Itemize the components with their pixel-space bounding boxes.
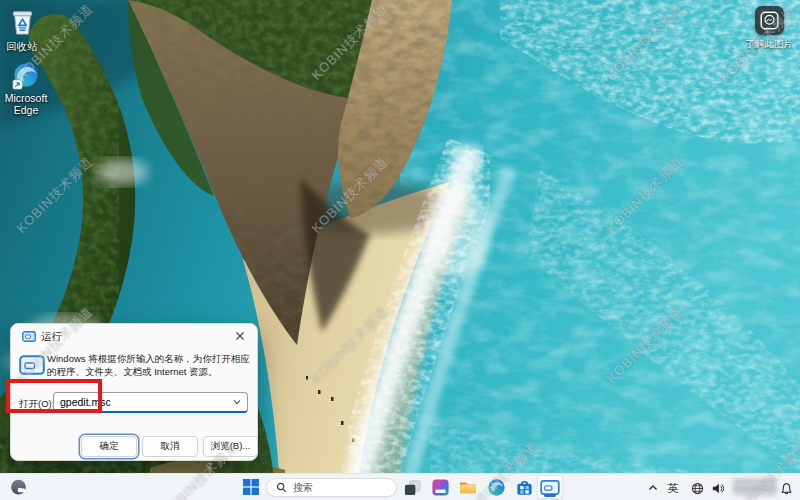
- dialog-titlebar[interactable]: 运行: [11, 324, 257, 348]
- run-icon: [540, 480, 560, 495]
- microsoft-store-button[interactable]: [511, 475, 537, 499]
- browse-button[interactable]: 浏览(B)...: [203, 436, 258, 457]
- store-icon: [515, 478, 534, 497]
- speaker-icon: [711, 482, 724, 495]
- ok-button[interactable]: 确定: [81, 436, 137, 457]
- notification-button[interactable]: [777, 479, 795, 497]
- close-icon: [235, 331, 245, 341]
- taskbar: 搜索: [0, 473, 800, 500]
- spotlight-square: [755, 6, 784, 35]
- recycle-bin-label: 回收站: [6, 40, 38, 52]
- tray-overflow-button[interactable]: [645, 480, 661, 496]
- spotlight-label: 了解此图片: [745, 38, 793, 51]
- recycle-bin-icon: [6, 5, 39, 38]
- microsoft-365-button[interactable]: [427, 475, 453, 499]
- bell-icon: [780, 482, 793, 495]
- cancel-button[interactable]: 取消: [142, 436, 198, 457]
- desktop-icon-edge[interactable]: Microsoft Edge: [0, 62, 57, 116]
- chevron-down-icon[interactable]: [232, 397, 242, 407]
- edge-icon: [12, 62, 40, 90]
- widgets-button[interactable]: [7, 477, 29, 498]
- clock-blurred[interactable]: [733, 479, 777, 496]
- globe-network-icon: [691, 482, 704, 495]
- ime-label: 英: [668, 481, 679, 496]
- chevron-up-icon: [648, 484, 658, 492]
- task-view-icon: [403, 478, 422, 497]
- network-button[interactable]: [688, 479, 706, 497]
- start-button[interactable]: [238, 475, 264, 499]
- active-app-indicator: [544, 494, 556, 497]
- file-explorer-button[interactable]: [455, 475, 481, 499]
- dialog-title: 运行: [41, 330, 62, 344]
- picture-info-icon: [760, 11, 779, 30]
- edge-label: Microsoft Edge: [0, 92, 57, 116]
- folder-icon: [458, 477, 478, 497]
- task-view-button[interactable]: [399, 475, 425, 499]
- edge-taskbar-button[interactable]: [483, 475, 509, 499]
- volume-button[interactable]: [708, 479, 726, 497]
- search-icon: [276, 482, 287, 493]
- desktop-icon-recycle-bin[interactable]: 回收站: [0, 5, 53, 52]
- ime-indicator[interactable]: 英: [664, 479, 682, 497]
- microsoft-365-icon: [431, 478, 450, 497]
- run-app-button[interactable]: [537, 475, 563, 499]
- run-icon: [19, 355, 45, 375]
- desktop: 回收站 Microsoft Edge 了解此图片: [0, 0, 800, 500]
- windows-logo-icon: [243, 479, 259, 495]
- annotation-highlight: [6, 379, 102, 413]
- taskbar-search[interactable]: 搜索: [266, 478, 397, 497]
- spotlight-info-button[interactable]: 了解此图片: [741, 6, 797, 51]
- dialog-description: Windows 将根据你所输入的名称，为你打开相应的程序、文件夹、文档或 Int…: [47, 353, 253, 378]
- edge-icon: [487, 478, 506, 497]
- weather-icon: [9, 478, 28, 497]
- close-button[interactable]: [225, 325, 255, 346]
- search-placeholder: 搜索: [293, 481, 313, 495]
- run-icon: [22, 331, 36, 342]
